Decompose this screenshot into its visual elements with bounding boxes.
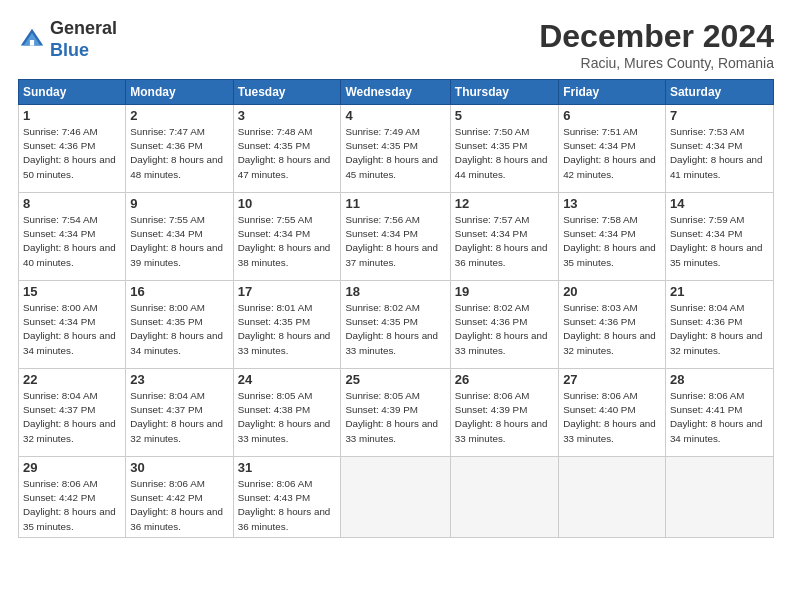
day-number: 23: [130, 372, 228, 387]
day-number: 19: [455, 284, 554, 299]
calendar-cell: 12 Sunrise: 7:57 AMSunset: 4:34 PMDaylig…: [450, 193, 558, 281]
calendar-cell: 15 Sunrise: 8:00 AMSunset: 4:34 PMDaylig…: [19, 281, 126, 369]
day-info: Sunrise: 7:46 AMSunset: 4:36 PMDaylight:…: [23, 126, 116, 180]
day-info: Sunrise: 8:00 AMSunset: 4:35 PMDaylight:…: [130, 302, 223, 356]
day-number: 16: [130, 284, 228, 299]
calendar-cell: 14 Sunrise: 7:59 AMSunset: 4:34 PMDaylig…: [665, 193, 773, 281]
day-number: 20: [563, 284, 661, 299]
day-number: 15: [23, 284, 121, 299]
day-number: 12: [455, 196, 554, 211]
day-info: Sunrise: 7:49 AMSunset: 4:35 PMDaylight:…: [345, 126, 438, 180]
calendar-cell: 7 Sunrise: 7:53 AMSunset: 4:34 PMDayligh…: [665, 105, 773, 193]
day-info: Sunrise: 7:53 AMSunset: 4:34 PMDaylight:…: [670, 126, 763, 180]
calendar-cell: 16 Sunrise: 8:00 AMSunset: 4:35 PMDaylig…: [126, 281, 233, 369]
calendar-cell: 20 Sunrise: 8:03 AMSunset: 4:36 PMDaylig…: [559, 281, 666, 369]
location-title: Raciu, Mures County, Romania: [539, 55, 774, 71]
calendar-cell: 29 Sunrise: 8:06 AMSunset: 4:42 PMDaylig…: [19, 457, 126, 538]
day-number: 4: [345, 108, 445, 123]
day-number: 30: [130, 460, 228, 475]
weekday-header-sunday: Sunday: [19, 80, 126, 105]
day-number: 25: [345, 372, 445, 387]
day-info: Sunrise: 8:04 AMSunset: 4:36 PMDaylight:…: [670, 302, 763, 356]
calendar-cell: 25 Sunrise: 8:05 AMSunset: 4:39 PMDaylig…: [341, 369, 450, 457]
calendar-cell: 4 Sunrise: 7:49 AMSunset: 4:35 PMDayligh…: [341, 105, 450, 193]
day-number: 8: [23, 196, 121, 211]
day-number: 18: [345, 284, 445, 299]
calendar-cell: 11 Sunrise: 7:56 AMSunset: 4:34 PMDaylig…: [341, 193, 450, 281]
calendar-cell: 9 Sunrise: 7:55 AMSunset: 4:34 PMDayligh…: [126, 193, 233, 281]
day-info: Sunrise: 7:55 AMSunset: 4:34 PMDaylight:…: [130, 214, 223, 268]
day-info: Sunrise: 8:02 AMSunset: 4:35 PMDaylight:…: [345, 302, 438, 356]
day-info: Sunrise: 8:06 AMSunset: 4:39 PMDaylight:…: [455, 390, 548, 444]
day-info: Sunrise: 7:48 AMSunset: 4:35 PMDaylight:…: [238, 126, 331, 180]
calendar-cell: 5 Sunrise: 7:50 AMSunset: 4:35 PMDayligh…: [450, 105, 558, 193]
calendar-cell: 3 Sunrise: 7:48 AMSunset: 4:35 PMDayligh…: [233, 105, 341, 193]
calendar-cell: 17 Sunrise: 8:01 AMSunset: 4:35 PMDaylig…: [233, 281, 341, 369]
calendar-cell: 24 Sunrise: 8:05 AMSunset: 4:38 PMDaylig…: [233, 369, 341, 457]
day-number: 24: [238, 372, 337, 387]
calendar-cell: 1 Sunrise: 7:46 AMSunset: 4:36 PMDayligh…: [19, 105, 126, 193]
day-number: 11: [345, 196, 445, 211]
day-number: 28: [670, 372, 769, 387]
svg-rect-2: [30, 40, 34, 46]
logo-icon: [18, 26, 46, 54]
calendar-cell: 18 Sunrise: 8:02 AMSunset: 4:35 PMDaylig…: [341, 281, 450, 369]
day-number: 29: [23, 460, 121, 475]
day-info: Sunrise: 7:57 AMSunset: 4:34 PMDaylight:…: [455, 214, 548, 268]
day-info: Sunrise: 8:06 AMSunset: 4:42 PMDaylight:…: [23, 478, 116, 532]
calendar-cell: 8 Sunrise: 7:54 AMSunset: 4:34 PMDayligh…: [19, 193, 126, 281]
calendar-cell: 6 Sunrise: 7:51 AMSunset: 4:34 PMDayligh…: [559, 105, 666, 193]
weekday-header-tuesday: Tuesday: [233, 80, 341, 105]
day-info: Sunrise: 7:58 AMSunset: 4:34 PMDaylight:…: [563, 214, 656, 268]
day-number: 6: [563, 108, 661, 123]
day-number: 31: [238, 460, 337, 475]
day-number: 10: [238, 196, 337, 211]
day-number: 22: [23, 372, 121, 387]
day-number: 7: [670, 108, 769, 123]
month-title: December 2024: [539, 18, 774, 55]
day-number: 2: [130, 108, 228, 123]
day-number: 14: [670, 196, 769, 211]
day-info: Sunrise: 8:04 AMSunset: 4:37 PMDaylight:…: [130, 390, 223, 444]
calendar-cell: [665, 457, 773, 538]
logo: General Blue: [18, 18, 117, 61]
day-info: Sunrise: 7:51 AMSunset: 4:34 PMDaylight:…: [563, 126, 656, 180]
calendar: SundayMondayTuesdayWednesdayThursdayFrid…: [18, 79, 774, 538]
day-info: Sunrise: 8:03 AMSunset: 4:36 PMDaylight:…: [563, 302, 656, 356]
day-info: Sunrise: 8:06 AMSunset: 4:41 PMDaylight:…: [670, 390, 763, 444]
day-number: 3: [238, 108, 337, 123]
calendar-cell: 30 Sunrise: 8:06 AMSunset: 4:42 PMDaylig…: [126, 457, 233, 538]
calendar-cell: 2 Sunrise: 7:47 AMSunset: 4:36 PMDayligh…: [126, 105, 233, 193]
calendar-cell: [559, 457, 666, 538]
day-number: 17: [238, 284, 337, 299]
day-info: Sunrise: 8:06 AMSunset: 4:42 PMDaylight:…: [130, 478, 223, 532]
calendar-cell: 26 Sunrise: 8:06 AMSunset: 4:39 PMDaylig…: [450, 369, 558, 457]
day-info: Sunrise: 7:55 AMSunset: 4:34 PMDaylight:…: [238, 214, 331, 268]
day-info: Sunrise: 8:02 AMSunset: 4:36 PMDaylight:…: [455, 302, 548, 356]
day-number: 5: [455, 108, 554, 123]
title-block: December 2024 Raciu, Mures County, Roman…: [539, 18, 774, 71]
calendar-cell: 13 Sunrise: 7:58 AMSunset: 4:34 PMDaylig…: [559, 193, 666, 281]
day-info: Sunrise: 8:01 AMSunset: 4:35 PMDaylight:…: [238, 302, 331, 356]
weekday-header-thursday: Thursday: [450, 80, 558, 105]
calendar-cell: 22 Sunrise: 8:04 AMSunset: 4:37 PMDaylig…: [19, 369, 126, 457]
day-info: Sunrise: 7:56 AMSunset: 4:34 PMDaylight:…: [345, 214, 438, 268]
day-number: 21: [670, 284, 769, 299]
logo-text: General Blue: [50, 18, 117, 61]
calendar-cell: [341, 457, 450, 538]
weekday-header-friday: Friday: [559, 80, 666, 105]
day-info: Sunrise: 8:06 AMSunset: 4:43 PMDaylight:…: [238, 478, 331, 532]
calendar-cell: 27 Sunrise: 8:06 AMSunset: 4:40 PMDaylig…: [559, 369, 666, 457]
day-number: 13: [563, 196, 661, 211]
day-info: Sunrise: 7:59 AMSunset: 4:34 PMDaylight:…: [670, 214, 763, 268]
day-number: 1: [23, 108, 121, 123]
day-number: 9: [130, 196, 228, 211]
weekday-header-wednesday: Wednesday: [341, 80, 450, 105]
calendar-cell: [450, 457, 558, 538]
calendar-cell: 28 Sunrise: 8:06 AMSunset: 4:41 PMDaylig…: [665, 369, 773, 457]
calendar-cell: 21 Sunrise: 8:04 AMSunset: 4:36 PMDaylig…: [665, 281, 773, 369]
weekday-header-saturday: Saturday: [665, 80, 773, 105]
day-number: 26: [455, 372, 554, 387]
day-info: Sunrise: 7:47 AMSunset: 4:36 PMDaylight:…: [130, 126, 223, 180]
day-info: Sunrise: 7:54 AMSunset: 4:34 PMDaylight:…: [23, 214, 116, 268]
